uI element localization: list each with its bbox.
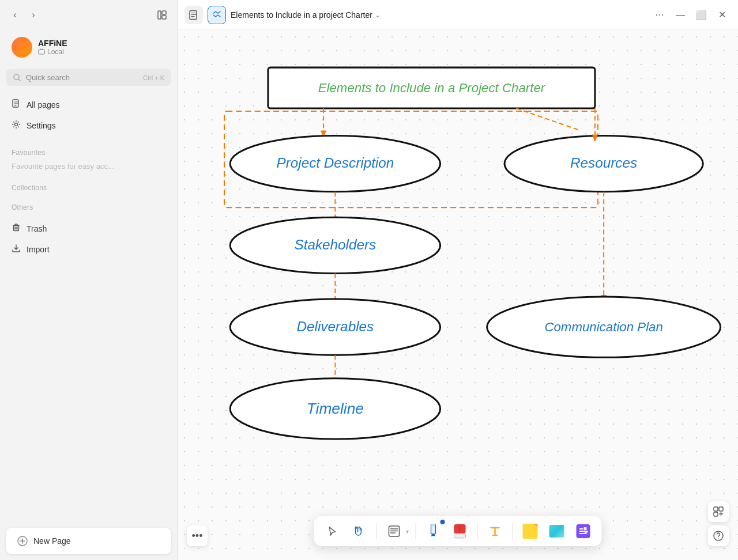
trash-icon [12, 223, 21, 234]
sidebar-header: ‹ › [0, 0, 177, 30]
note-tool-group: ▾ [384, 521, 409, 542]
favourites-empty: Favourite pages for easy acc... [0, 160, 177, 175]
title-bar-right: ⋯ — ⬜ ✕ [650, 6, 731, 24]
nav-arrows: ‹ › [7, 7, 42, 23]
sticky-note-button[interactable] [520, 521, 541, 542]
new-page-button[interactable]: New Page [6, 528, 171, 554]
toolbar-separator-3 [477, 523, 478, 539]
canvas-area[interactable]: Elements to Include in a Project Charter… [178, 30, 738, 560]
frame-icon [549, 525, 564, 538]
maximize-button[interactable]: ⬜ [692, 6, 710, 24]
import-icon [12, 244, 21, 255]
favourites-label: Favourites [12, 149, 45, 157]
sidebar-nav: All pages Settings [0, 90, 177, 140]
forward-button[interactable]: › [25, 7, 42, 23]
others-label: Others [12, 203, 33, 211]
main-content: Elements to Include in a project Charter… [178, 0, 738, 560]
toolbar-separator-4 [513, 523, 513, 539]
svg-rect-3 [39, 50, 44, 54]
svg-rect-40 [714, 512, 718, 516]
bottom-toolbar: ▾ [314, 516, 602, 546]
settings-label: Settings [27, 121, 56, 130]
svg-point-6 [15, 123, 18, 126]
sidebar: ‹ › AFFiNE Local Quick search Ctrl [0, 0, 178, 560]
svg-point-42 [718, 538, 719, 539]
doc-mode-button[interactable] [184, 6, 203, 24]
svg-rect-2 [162, 16, 166, 19]
svg-rect-39 [719, 507, 723, 511]
layout-toggle-button[interactable] [154, 7, 170, 23]
import-label: Import [27, 245, 50, 254]
toolbar-separator-2 [416, 523, 416, 539]
others-section: Others [0, 195, 177, 214]
workspace-name: AFFiNE [38, 39, 67, 48]
note-tool-button[interactable] [384, 521, 405, 542]
ellipsis-button[interactable]: ••• [187, 525, 208, 546]
new-page-label: New Page [33, 536, 71, 546]
back-button[interactable]: ‹ [7, 7, 23, 23]
sidebar-item-settings[interactable]: Settings [6, 116, 171, 135]
collections-section: Collections [0, 175, 177, 195]
sidebar-item-trash[interactable]: Trash [6, 219, 171, 239]
diagram-svg: Elements to Include in a Project Charter… [178, 30, 738, 560]
search-icon [13, 73, 21, 82]
more-options-button[interactable]: ⋯ [650, 6, 669, 24]
trash-label: Trash [27, 224, 47, 233]
title-chevron-icon: ⌄ [375, 11, 381, 19]
text-tool-button[interactable] [485, 521, 506, 542]
settings-icon [12, 120, 21, 131]
sidebar-item-all-pages[interactable]: All pages [6, 95, 171, 115]
svg-rect-38 [714, 507, 718, 511]
hand-tool-button[interactable] [349, 521, 370, 542]
node-project-description: Project Description [276, 155, 394, 171]
bottom-right-tools [708, 501, 729, 546]
node-timeline: Timeline [307, 400, 364, 417]
help-button[interactable] [708, 525, 729, 546]
search-bar[interactable]: Quick search Ctrl + K [6, 69, 171, 86]
close-button[interactable]: ✕ [713, 6, 731, 24]
collections-label: Collections [12, 184, 47, 192]
plus-icon [17, 536, 28, 546]
document-title[interactable]: Elements to Include in a project Charter… [231, 10, 381, 20]
sidebar-item-import[interactable]: Import [6, 240, 171, 259]
svg-rect-0 [158, 11, 161, 19]
diagram-title: Elements to Include in a Project Charter [318, 81, 546, 95]
node-stakeholders: Stakeholders [294, 237, 376, 252]
workspace-info[interactable]: AFFiNE Local [5, 32, 172, 62]
search-text: Quick search [26, 73, 138, 82]
template-button[interactable] [573, 521, 594, 542]
favourites-section: Favourites [0, 140, 177, 160]
all-pages-label: All pages [27, 100, 60, 109]
title-bar: Elements to Include in a project Charter… [178, 0, 738, 30]
node-resources: Resources [570, 155, 637, 171]
svg-rect-1 [162, 11, 166, 14]
pages-icon [12, 99, 21, 111]
pen-tool-button[interactable] [423, 521, 444, 542]
workspace-type: Local [38, 48, 67, 56]
frame-button[interactable] [547, 521, 567, 542]
sticky-note-icon [523, 524, 538, 539]
toolbar-separator-1 [376, 523, 377, 539]
diagram-container: Elements to Include in a Project Charter… [178, 30, 738, 560]
eraser-tool-button[interactable] [450, 521, 470, 542]
avatar [12, 37, 32, 58]
edgeless-mode-button[interactable] [208, 6, 226, 24]
svg-rect-37 [584, 527, 587, 530]
note-arrow-icon: ▾ [406, 528, 409, 535]
others-nav: Trash Import [0, 214, 177, 264]
minimize-button[interactable]: — [671, 6, 690, 24]
search-shortcut: Ctrl + K [143, 74, 164, 81]
add-widget-button[interactable] [708, 501, 729, 522]
select-tool-button[interactable] [322, 521, 343, 542]
svg-rect-33 [431, 524, 436, 526]
svg-rect-35 [454, 533, 466, 538]
title-bar-left: Elements to Include in a project Charter… [184, 6, 381, 24]
node-communication-plan: Communication Plan [544, 320, 662, 334]
node-deliverables: Deliverables [297, 319, 374, 334]
